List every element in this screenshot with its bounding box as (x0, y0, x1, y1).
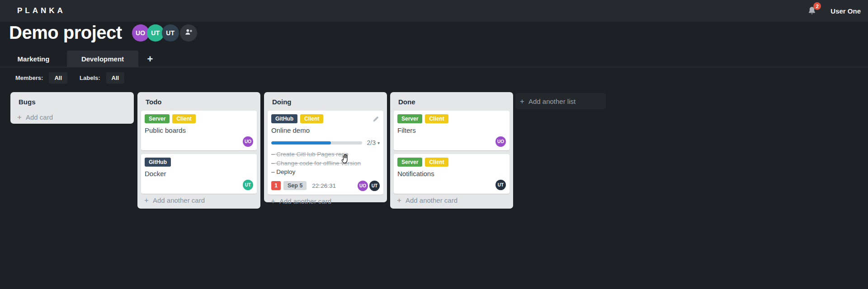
label-chip[interactable]: Client (300, 114, 323, 123)
card-name: Public boards (145, 126, 253, 134)
task-text: Deploy (276, 168, 295, 175)
avatar[interactable]: UT (243, 180, 253, 190)
person-add-icon (184, 28, 193, 38)
task-item[interactable]: – Change code for offline version (271, 159, 380, 168)
list-doing: Doing GitHub Client Online demo 2/3 (264, 92, 387, 202)
tab-development[interactable]: Development (67, 51, 138, 67)
add-card-label: Add card (26, 113, 53, 121)
card-filters[interactable]: Server Client Filters UO (394, 111, 509, 150)
tab-marketing[interactable]: Marketing (0, 51, 67, 67)
avatar[interactable]: UT (162, 24, 179, 42)
task-item[interactable]: – Create GitHub Pages repo (271, 150, 380, 159)
avatar[interactable]: UT (369, 181, 380, 191)
project-header: Demo project UO UT UT (9, 23, 197, 43)
label-chip[interactable]: Server (397, 158, 422, 167)
avatar[interactable]: UT (147, 24, 164, 42)
add-card-label: Add another card (279, 197, 331, 205)
app-window: PLANKA 2 User One Demo project UO UT UT (0, 0, 868, 289)
task-bullet: – (271, 160, 275, 167)
labels-filter-label: Labels: (80, 75, 100, 81)
card-docker[interactable]: GitHub Docker UT (141, 154, 257, 194)
edit-card-button[interactable] (373, 116, 379, 124)
board-tabs: Marketing Development + (0, 51, 162, 67)
add-card-button[interactable]: + Add another card (141, 194, 257, 205)
add-card-button[interactable]: + Add card (14, 111, 130, 122)
top-bar: PLANKA 2 User One (0, 0, 868, 22)
bell-icon (807, 10, 817, 18)
card-notifications[interactable]: Server Client Notifications UT (394, 154, 509, 194)
label-chip[interactable]: Client (172, 114, 195, 123)
tabs-divider (0, 67, 868, 67)
add-card-label: Add another card (153, 196, 205, 204)
add-member-button[interactable] (180, 24, 197, 42)
task-text: Create GitHub Pages repo (276, 151, 348, 158)
task-bullet: – (271, 151, 275, 158)
filter-bar: Members: All Labels: All (15, 72, 124, 84)
user-menu[interactable]: User One (830, 7, 861, 15)
plus-icon: + (271, 197, 275, 205)
avatar[interactable]: UO (243, 136, 253, 147)
add-card-button[interactable]: + Add another card (268, 195, 383, 206)
list-title[interactable]: Todo (141, 96, 257, 111)
label-chip[interactable]: GitHub (145, 158, 171, 167)
list-title[interactable]: Done (394, 96, 509, 111)
project-members: UO UT UT (132, 24, 197, 42)
members-filter-value[interactable]: All (49, 72, 67, 84)
tasks-progress: 2/3 ▾ (271, 139, 380, 146)
list-todo: Todo Server Client Public boards UO GitH… (137, 92, 260, 209)
add-card-label: Add another card (406, 196, 458, 204)
card-public-boards[interactable]: Server Client Public boards UO (141, 111, 257, 150)
due-date-badge[interactable]: Sep 5 (283, 181, 307, 190)
card-name: Filters (397, 126, 506, 134)
list-done: Done Server Client Filters UO Server Cli… (390, 92, 513, 209)
add-list-label: Add another list (528, 98, 576, 105)
project-title[interactable]: Demo project (9, 23, 122, 43)
label-chip[interactable]: Client (425, 158, 448, 167)
members-filter-label: Members: (15, 75, 43, 81)
card-online-demo[interactable]: GitHub Client Online demo 2/3 ▾ (268, 111, 383, 195)
list-title[interactable]: Doing (268, 96, 383, 111)
plus-icon: + (397, 196, 401, 204)
notification-count-badge[interactable]: 2 (813, 2, 821, 10)
progress-fill (271, 141, 331, 144)
plus-icon: + (17, 113, 22, 121)
label-chip[interactable]: GitHub (271, 114, 297, 123)
avatar[interactable]: UO (358, 181, 368, 191)
pencil-icon (373, 116, 379, 122)
task-item[interactable]: – Deploy (271, 168, 380, 177)
label-chip[interactable]: Server (145, 114, 170, 123)
task-text: Change code for offline version (276, 160, 361, 167)
card-name: Docker (145, 170, 253, 177)
list-bugs: Bugs + Add card (10, 92, 134, 124)
chevron-down-icon[interactable]: ▾ (377, 140, 380, 145)
avatar[interactable]: UO (495, 136, 506, 147)
add-card-button[interactable]: + Add another card (394, 194, 509, 205)
add-board-button[interactable]: + (138, 51, 162, 67)
card-notification-badge: 1 (271, 181, 281, 190)
plus-icon: + (520, 98, 524, 105)
progress-bar (271, 141, 362, 144)
avatar[interactable]: UT (495, 180, 506, 190)
labels-filter-value[interactable]: All (106, 72, 125, 84)
progress-count: 2/3 (367, 139, 376, 146)
plus-icon: + (144, 196, 149, 204)
task-bullet: – (271, 168, 275, 175)
add-list-button[interactable]: + Add another list (515, 93, 606, 109)
planka-logo[interactable]: PLANKA (17, 6, 66, 15)
avatar[interactable]: UO (132, 24, 149, 42)
card-name: Notifications (397, 170, 506, 177)
stopwatch-timer[interactable]: 22:26:31 (312, 182, 336, 189)
card-name: Online demo (271, 126, 380, 134)
notifications-button[interactable]: 2 (807, 5, 817, 16)
list-title[interactable]: Bugs (14, 96, 130, 111)
label-chip[interactable]: Client (425, 114, 448, 123)
label-chip[interactable]: Server (397, 114, 422, 123)
task-list: – Create GitHub Pages repo – Change code… (271, 150, 380, 177)
